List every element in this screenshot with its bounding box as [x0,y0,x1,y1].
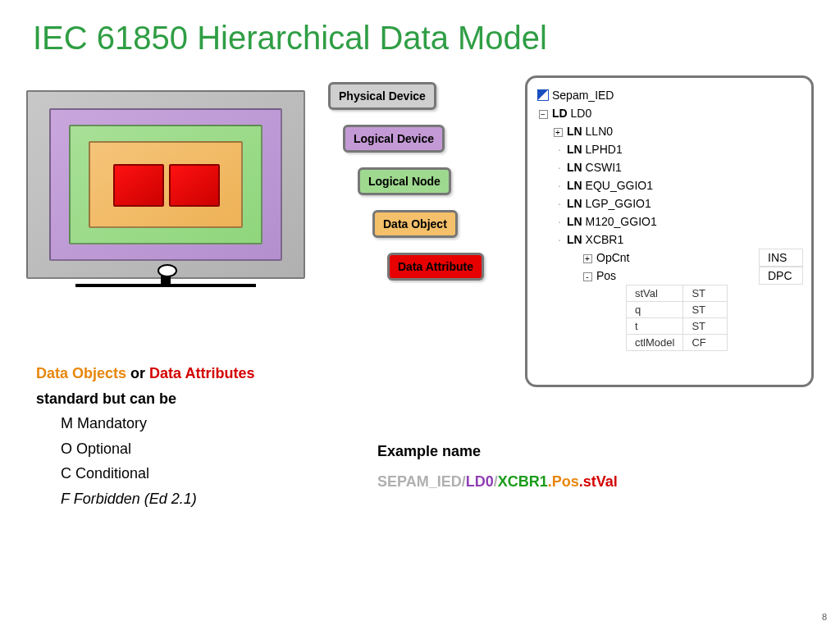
legend-c: C Conditional [36,461,254,486]
legend-explanation: Data Objects or Data Attributes standard… [36,361,254,512]
legend-o: O Optional [36,436,254,462]
object-type: INS [759,249,803,267]
ln-name: M120_GGIO1 [586,215,657,228]
attribute-table: stVal ST q ST t ST ctlModel CF [626,285,728,351]
table-row[interactable]: t ST [627,318,728,335]
example-path: SEPAM_IED/LD0/XCBR1.Pos.stVal [377,473,618,491]
legend-data-attribute: Data Attribute [387,253,484,281]
legend-data-object: Data Object [372,210,458,238]
collapse-icon[interactable]: − [539,110,548,119]
ex-ied: SEPAM_IED [377,473,462,490]
ld-tag: LD [552,107,568,120]
ex-ln: XCBR1 [498,473,548,490]
table-row[interactable]: ctlModel CF [627,335,728,351]
object-name: OpCnt [596,251,703,264]
tree-data-object[interactable]: + OpCnt INS [582,249,803,267]
ln-tag: LN [567,233,582,246]
tree-ied-label: Sepam_IED [552,89,614,102]
tree-ied[interactable]: Sepam_IED [537,86,803,104]
tree-ln[interactable]: · LN CSWI1 [537,158,803,176]
tree-ln[interactable]: · LN XCBR1 [537,231,803,249]
page-number: 8 [822,612,827,622]
tree-data-object[interactable]: - Pos DPC [582,267,803,285]
text-standard-but: standard but can be [36,386,254,412]
text-or: or [130,365,149,381]
layer-data-attribute [113,164,164,207]
expand-icon[interactable]: + [583,254,592,263]
table-row[interactable]: stVal ST [627,285,728,302]
tree-ln[interactable]: + LN LLN0 [537,122,803,140]
layer-data-attribute [169,164,220,207]
collapse-icon[interactable]: - [583,272,592,281]
legend-physical-device: Physical Device [328,82,436,110]
legend-logical-node: Logical Node [358,167,451,195]
ln-tag: LN [567,197,582,210]
ln-tag: LN [567,125,582,138]
attr-fc: ST [683,318,728,335]
object-type: DPC [759,267,803,285]
example-label: Example name [377,443,618,460]
ln-tag: LN [567,161,582,174]
example-name: Example name SEPAM_IED/LD0/XCBR1.Pos.stV… [377,443,618,491]
ln-tag: LN [567,143,582,156]
ex-obj: Pos [552,473,579,490]
ld-name: LD0 [571,107,592,120]
slide-title: IEC 61850 Hierarchical Data Model [33,20,547,57]
tree-ln[interactable]: · LN M120_GGIO1 [537,212,803,231]
device-stand-icon [75,284,256,287]
attr-name: t [627,318,683,335]
attr-fc: ST [683,302,728,318]
object-name: Pos [596,269,703,282]
legend-f: F Forbidden (Ed 2.1) [36,486,254,512]
table-row[interactable]: q ST [627,302,728,318]
tree-ln[interactable]: · LN EQU_GGIO1 [537,176,803,194]
tree-ln[interactable]: · LN LGP_GGIO1 [537,194,803,212]
attr-name: stVal [627,285,683,302]
ln-name: CSWI1 [586,161,622,174]
legend: Physical Device Logical Device Logical N… [328,82,492,295]
ex-ld: LD0 [466,473,494,490]
attr-fc: ST [683,285,728,302]
attr-fc: CF [683,335,728,351]
attr-name: ctlModel [627,335,683,351]
ln-tag: LN [567,215,582,228]
tree-ld[interactable]: − LD LD0 [537,104,803,122]
ln-name: XCBR1 [586,233,624,246]
ex-attr: stVal [583,473,618,490]
object-tree-panel: Sepam_IED − LD LD0 + LN LLN0 · LN LPHD1 … [525,75,814,387]
ln-name: LGP_GGIO1 [586,197,651,210]
tree-ln[interactable]: · LN LPHD1 [537,140,803,158]
text-data-objects: Data Objects [36,365,126,381]
nested-model-diagram [26,90,305,304]
legend-logical-device: Logical Device [343,125,445,153]
expand-icon[interactable]: + [554,128,563,137]
legend-m: M Mandatory [36,411,254,436]
attr-name: q [627,302,683,318]
ied-icon [537,89,549,101]
ln-name: EQU_GGIO1 [586,179,653,192]
ln-tag: LN [567,179,582,192]
ln-name: LLN0 [586,125,613,138]
text-data-attributes: Data Attributes [149,365,254,381]
ln-name: LPHD1 [586,143,623,156]
